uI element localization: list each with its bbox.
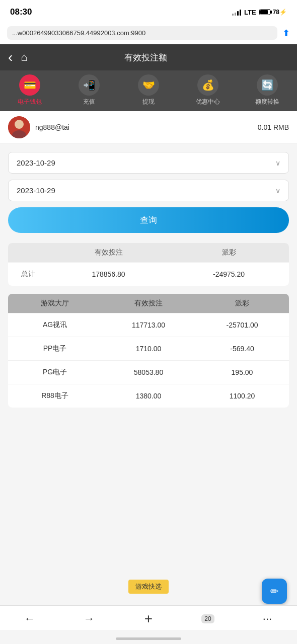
recharge-label: 充值 bbox=[83, 98, 95, 106]
hall-name-3: R88电子 bbox=[8, 391, 102, 400]
home-button[interactable]: ⌂ bbox=[21, 51, 27, 64]
summary-header-bet: 有效投注 bbox=[48, 248, 169, 257]
summary-row-label: 总计 bbox=[8, 270, 48, 279]
fab-button[interactable]: ✏ bbox=[262, 579, 287, 604]
game-quick-label: 游戏快选 bbox=[135, 583, 162, 590]
nav-back-button[interactable]: ← bbox=[17, 612, 42, 625]
forward-arrow-icon: → bbox=[84, 612, 95, 625]
game-quick-bar[interactable]: 游戏快选 bbox=[128, 580, 169, 594]
status-time: 08:30 bbox=[10, 7, 32, 17]
bottom-nav-bar: ← → + 20 ··· bbox=[0, 605, 297, 630]
detail-header-bet: 有效投注 bbox=[102, 299, 195, 308]
recharge-icon: 📲 bbox=[83, 79, 96, 91]
back-button[interactable]: ‹ bbox=[8, 50, 13, 64]
tab-transfer[interactable]: 🔄 额度转换 bbox=[252, 74, 282, 106]
detail-header-payout: 派彩 bbox=[195, 299, 289, 308]
end-date-chevron-down-icon: ∨ bbox=[275, 187, 280, 195]
hall-name-2: PG电子 bbox=[8, 368, 102, 377]
status-bar: 08:30 LTE 78⚡ bbox=[0, 0, 297, 22]
tab-promo[interactable]: 💰 优惠中心 bbox=[193, 74, 223, 106]
share-button[interactable]: ⬆ bbox=[282, 28, 290, 39]
start-date-picker[interactable]: 2023-10-29 ∨ bbox=[8, 152, 289, 174]
bet-amount-0: 117713.00 bbox=[102, 321, 195, 329]
battery-icon: 78⚡ bbox=[259, 9, 287, 16]
main-content: 2023-10-29 ∨ 2023-10-29 ∨ 查询 有效投注 派彩 总计 … bbox=[0, 144, 297, 424]
ewallet-icon: 💳 bbox=[24, 79, 36, 91]
hall-name-1: PP电子 bbox=[8, 344, 102, 353]
summary-payout: -24975.20 bbox=[169, 270, 289, 278]
table-row: AG视讯 117713.00 -25701.00 bbox=[8, 313, 289, 337]
ewallet-icon-wrap: 💳 bbox=[19, 74, 40, 96]
lte-label: LTE bbox=[244, 9, 256, 16]
hall-name-0: AG视讯 bbox=[8, 320, 102, 330]
add-icon: + bbox=[144, 611, 153, 627]
nav-add-button[interactable]: + bbox=[136, 611, 161, 627]
summary-bet-amount: 178856.80 bbox=[48, 270, 169, 278]
tab-withdraw[interactable]: 🤝 提现 bbox=[133, 74, 164, 106]
tabs-count-badge: 20 bbox=[201, 614, 214, 623]
withdraw-label: 提现 bbox=[142, 98, 155, 106]
start-date-value: 2023-10-29 bbox=[17, 158, 55, 167]
svg-point-1 bbox=[15, 120, 24, 129]
nav-more-button[interactable]: ··· bbox=[255, 612, 280, 625]
payout-0: -25701.00 bbox=[195, 321, 289, 329]
tab-menu: 💳 电子钱包 📲 充值 🤝 提现 💰 优惠中心 🔄 额度转换 bbox=[0, 70, 297, 111]
query-button[interactable]: 查询 bbox=[8, 207, 289, 233]
back-arrow-icon: ← bbox=[24, 612, 35, 625]
transfer-icon-wrap: 🔄 bbox=[257, 74, 278, 96]
user-balance: 0.01 RMB bbox=[258, 123, 289, 131]
nav-header: ‹ ⌂ 有效投注额 bbox=[0, 44, 297, 70]
user-left: ng888@tai bbox=[8, 116, 69, 138]
transfer-icon: 🔄 bbox=[261, 79, 274, 91]
nav-tabs-button[interactable]: 20 bbox=[195, 614, 220, 623]
promo-label: 优惠中心 bbox=[196, 98, 220, 106]
tab-recharge[interactable]: 📲 充值 bbox=[74, 74, 104, 106]
summary-table: 有效投注 派彩 总计 178856.80 -24975.20 bbox=[8, 243, 289, 286]
detail-header-hall: 游戏大厅 bbox=[8, 299, 102, 308]
transfer-label: 额度转换 bbox=[255, 98, 279, 106]
page-title: 有效投注额 bbox=[28, 52, 264, 63]
detail-table: 游戏大厅 有效投注 派彩 AG视讯 117713.00 -25701.00 PP… bbox=[8, 294, 289, 408]
home-indicator bbox=[116, 637, 181, 640]
url-bar: ...w00026499033066759.44992003.com:9900 … bbox=[0, 22, 297, 44]
promo-icon-wrap: 💰 bbox=[197, 74, 218, 96]
table-row: PG电子 58053.80 195.00 bbox=[8, 360, 289, 384]
payout-3: 1100.20 bbox=[195, 392, 289, 400]
nav-forward-button[interactable]: → bbox=[77, 612, 102, 625]
promo-icon: 💰 bbox=[202, 79, 214, 91]
battery-level: 78⚡ bbox=[273, 9, 287, 16]
tab-ewallet[interactable]: 💳 电子钱包 bbox=[15, 74, 45, 106]
withdraw-icon: 🤝 bbox=[142, 79, 155, 91]
avatar bbox=[8, 116, 30, 138]
detail-table-header: 游戏大厅 有效投注 派彩 bbox=[8, 294, 289, 313]
edit-icon: ✏ bbox=[270, 585, 279, 597]
more-icon: ··· bbox=[263, 612, 272, 625]
user-email: ng888@tai bbox=[35, 123, 69, 131]
signal-icon bbox=[232, 9, 241, 16]
payout-2: 195.00 bbox=[195, 368, 289, 376]
summary-table-header: 有效投注 派彩 bbox=[8, 243, 289, 262]
user-info-bar: ng888@tai 0.01 RMB bbox=[0, 111, 297, 144]
summary-header-payout: 派彩 bbox=[169, 248, 289, 257]
payout-1: -569.40 bbox=[195, 345, 289, 353]
bet-amount-1: 1710.00 bbox=[102, 345, 195, 353]
withdraw-icon-wrap: 🤝 bbox=[138, 74, 159, 96]
end-date-picker[interactable]: 2023-10-29 ∨ bbox=[8, 180, 289, 201]
summary-table-row: 总计 178856.80 -24975.20 bbox=[8, 262, 289, 286]
recharge-icon-wrap: 📲 bbox=[79, 74, 100, 96]
table-row: PP电子 1710.00 -569.40 bbox=[8, 337, 289, 360]
table-row: R88电子 1380.00 1100.20 bbox=[8, 384, 289, 408]
start-date-chevron-down-icon: ∨ bbox=[275, 159, 280, 167]
status-icons: LTE 78⚡ bbox=[232, 9, 287, 16]
url-text[interactable]: ...w00026499033066759.44992003.com:9900 bbox=[7, 26, 277, 40]
bet-amount-3: 1380.00 bbox=[102, 392, 195, 400]
ewallet-label: 电子钱包 bbox=[18, 98, 42, 106]
bet-amount-2: 58053.80 bbox=[102, 368, 195, 376]
end-date-value: 2023-10-29 bbox=[17, 186, 55, 195]
